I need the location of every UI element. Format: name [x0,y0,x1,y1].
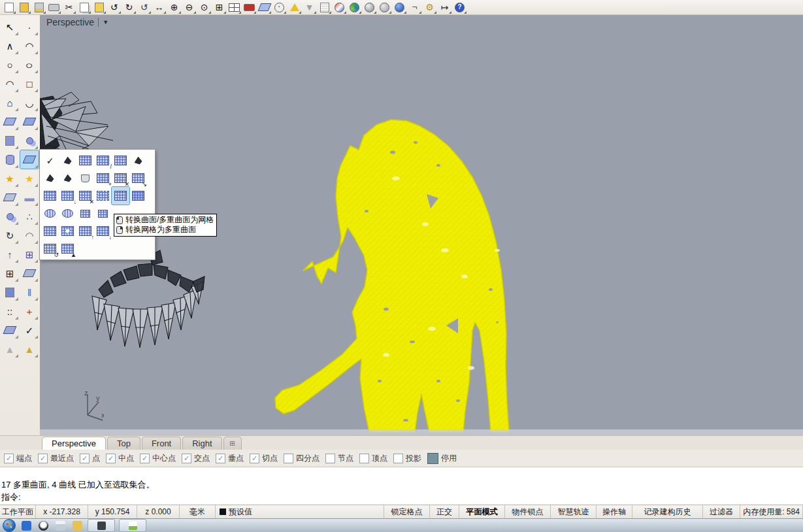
status-4-pane[interactable]: z 0.000 [137,505,180,518]
osnap-item-9[interactable]: 四分点 [284,453,320,464]
apply-mesh-icon[interactable]: / [94,152,112,169]
mesh-window-icon[interactable] [76,152,94,169]
print-icon[interactable] [46,1,61,14]
point-cloud-icon[interactable]: ∴ [20,207,39,225]
osnap-checkbox-5[interactable]: ✓ [140,454,150,463]
viewport-tab-perspective[interactable]: Perspective [42,437,106,450]
osnap-item-12[interactable]: 投影 [393,453,421,464]
flip-mesh-icon[interactable]: ↘ [129,169,147,187]
add-mesh-face-icon[interactable]: + [94,169,112,187]
box-icon[interactable] [1,131,19,150]
viewport-tab-right[interactable]: Right [182,437,221,450]
weld-vertices-icon[interactable] [76,205,94,222]
pinned-media-app-icon[interactable] [20,520,33,531]
single-point-icon[interactable]: · [20,18,39,36]
solid-cube-icon[interactable] [1,283,19,301]
collapse-face-icon[interactable]: ↓ [94,222,112,240]
control-point-curve-icon[interactable]: ◠ [20,37,39,55]
notes-icon[interactable] [317,1,332,14]
select-arrow-icon[interactable]: ↖ [1,18,19,36]
osnap-item-7[interactable]: ✓垂点 [216,453,244,464]
osnap-checkbox-1[interactable]: ✓ [4,454,14,463]
status-1-pane[interactable]: 工作平面 [0,505,36,518]
viewport-tab-top[interactable]: Top [107,437,140,450]
check-select-icon[interactable]: ✓ [20,321,39,339]
osnap-item-3[interactable]: ✓点 [80,453,100,464]
mesh-outline-icon[interactable] [94,187,112,205]
shaded-viewport-icon[interactable] [362,1,377,14]
fillet-burst-icon[interactable]: ★ [20,169,39,188]
mesh-triangulate-icon[interactable]: ▲ [59,240,76,258]
gumball-clamp-icon[interactable]: + [20,302,39,320]
osnap-item-10[interactable]: 节点 [325,453,353,464]
osnap-checkbox-8[interactable]: ✓ [250,454,259,463]
command-area[interactable]: 17 多重曲面, 4 曲线 已加入至选取集合。 指令: [0,467,803,505]
named-view-car-icon[interactable] [242,1,257,14]
osnap-checkbox-7[interactable]: ✓ [216,454,225,463]
zoom-window-icon[interactable]: ⊞ [212,1,227,14]
osnap-checkbox-10[interactable] [325,454,335,463]
history-clock-icon[interactable]: · [272,1,287,14]
save-icon[interactable] [31,1,46,14]
status-12-pane[interactable]: 操作轴 [597,505,632,518]
modeling-app-window-button[interactable] [119,519,146,532]
status-6-pane[interactable]: 预设值 [216,505,384,518]
status-7-pane[interactable]: 锁定格点 [384,505,430,518]
start-button[interactable] [3,519,16,532]
angle-constraint-icon[interactable] [287,1,302,14]
polygon-icon[interactable]: ⌂ [1,93,19,112]
new-file-icon[interactable] [1,1,16,14]
mesh-rotate-icon[interactable]: ↺ [41,240,59,258]
osnap-item-4[interactable]: ✓中点 [106,453,134,464]
extrude-icon[interactable]: ↑ [1,245,19,263]
help-icon[interactable]: ? [452,1,467,14]
pinned-qq-icon[interactable] [37,520,50,531]
osnap-item-11[interactable]: 顶点 [359,453,387,464]
wireframe-wing-object[interactable] [40,92,113,156]
rhino-window-button[interactable] [88,519,115,532]
pinned-calculator-icon[interactable] [54,520,67,531]
surface-tilt-icon[interactable] [1,321,19,339]
curve-tools-icon[interactable]: ↻ [1,226,19,244]
mesh-texture-icon[interactable] [129,187,147,205]
mesh-sphere-icon[interactable] [59,205,76,222]
mesh-repair-wrench-icon[interactable] [59,152,76,169]
viewport-layout-icon[interactable] [227,1,242,14]
ellipse-icon[interactable]: ○ [20,56,39,74]
polygon-count-icon[interactable] [41,169,59,187]
osnap-item-8[interactable]: ✓切点 [250,453,278,464]
command-prompt-input[interactable]: 指令: [1,491,803,503]
polyline-icon[interactable]: ∧ [1,37,19,55]
sphere-blend-icon[interactable] [20,131,39,150]
record-history-icon[interactable]: ↦ [437,1,452,14]
osnap-checkbox-6[interactable]: ✓ [182,454,191,463]
mesh-split-icon[interactable] [41,222,59,240]
slab-icon[interactable]: ▬ [20,188,39,207]
array-icon[interactable]: ⊞ [1,264,19,282]
explode-icon[interactable]: ★ [1,169,19,188]
osnap-disable-button[interactable]: 停用 [427,453,457,464]
viewport-title[interactable]: Perspective ▼ [46,17,108,27]
zoom-out-icon[interactable]: ⊖ [182,1,197,14]
mesh-toolbar-icon[interactable] [20,150,39,169]
move-copy-icon[interactable]: ⊞ [20,245,39,263]
viewport-tab-front[interactable]: Front [142,437,181,450]
cutplane-icon[interactable] [1,188,19,207]
osnap-checkbox-4[interactable]: ✓ [106,454,116,463]
mesh-hole-fill-icon[interactable] [59,222,76,240]
surface-bend-icon[interactable] [20,112,39,131]
pinned-explorer-icon[interactable] [71,520,84,531]
zoom-in-icon[interactable]: ⊕ [167,1,182,14]
pillars-icon[interactable]: ‖ [20,283,39,301]
osnap-item-6[interactable]: ✓交点 [182,453,210,464]
status-14-pane[interactable]: 过滤器 [703,505,740,518]
rendered-viewport-icon[interactable] [392,1,407,14]
skull-mesh-icon[interactable]: ✕ [112,169,129,187]
surface-3pt-icon[interactable] [1,112,19,131]
status-11-pane[interactable]: 智慧轨迹 [551,505,597,518]
options-gears-icon[interactable]: ⚙ [422,1,437,14]
osnap-item-5[interactable]: ✓中心点 [140,453,176,464]
mesh-trim-icon[interactable]: ✕ [76,187,94,205]
osnap-checkbox-9[interactable] [284,454,293,463]
osnap-item-2[interactable]: ✓最近点 [38,453,74,464]
